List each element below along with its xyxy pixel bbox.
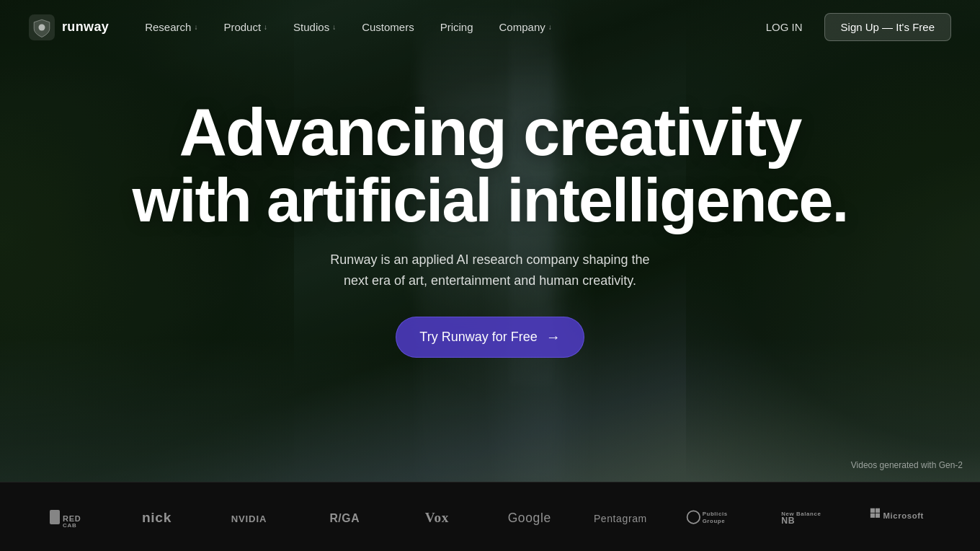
research-arrow: ↓ — [194, 23, 197, 31]
logo-icon — [29, 14, 55, 40]
nav-left: runway Research ↓ Product ↓ Studios ↓ — [29, 14, 562, 40]
logo[interactable]: runway — [29, 14, 109, 40]
logo-nvidia: NVIDIA — [213, 507, 306, 527]
svg-text:R/GA: R/GA — [329, 512, 360, 524]
product-arrow: ↓ — [264, 23, 267, 31]
svg-rect-18 — [870, 513, 875, 517]
hero-subtitle-line1: Runway is an applied AI research company… — [330, 252, 649, 267]
svg-rect-2 — [50, 510, 60, 524]
nav-link-pricing[interactable]: Pricing — [430, 15, 484, 39]
svg-text:Microsoft: Microsoft — [883, 511, 924, 519]
logos-section: RED CAB nick NVIDIA — [0, 482, 980, 551]
nav-links: Research ↓ Product ↓ Studios ↓ Customers — [135, 15, 562, 39]
svg-text:NB: NB — [781, 515, 795, 525]
svg-point-11 — [687, 511, 700, 524]
svg-point-1 — [39, 24, 45, 30]
page-wrapper: runway Research ↓ Product ↓ Studios ↓ — [0, 0, 980, 551]
nav-link-product[interactable]: Product ↓ — [213, 15, 277, 39]
cta-arrow-icon: → — [546, 329, 561, 345]
logo-google: Google — [490, 507, 582, 527]
hero-title-line2: with artificial intelligence. — [132, 167, 847, 232]
company-arrow: ↓ — [548, 23, 552, 31]
nav-link-company[interactable]: Company ↓ — [489, 15, 562, 39]
nav-right: LOG IN Sign Up — It's Free — [756, 13, 951, 41]
hero-subtitle: Runway is an applied AI research company… — [330, 250, 649, 291]
svg-rect-16 — [870, 508, 875, 512]
logo-wordmark: runway — [62, 19, 109, 35]
cta-button[interactable]: Try Runway for Free → — [396, 317, 584, 358]
sign-up-button[interactable]: Sign Up — It's Free — [824, 13, 951, 41]
studios-arrow: ↓ — [332, 23, 336, 31]
svg-text:Groupe: Groupe — [703, 517, 726, 524]
hero-title: Advancing creativity with artificial int… — [132, 97, 847, 232]
logo-pentagram: Pentagram — [582, 507, 674, 527]
logo-nick: nick — [121, 507, 213, 527]
hero-title-line1: Advancing creativity — [179, 95, 801, 169]
nav-link-research[interactable]: Research ↓ — [135, 15, 208, 39]
svg-text:Publicis: Publicis — [703, 511, 728, 517]
svg-text:Google: Google — [508, 511, 551, 525]
nav-link-studios[interactable]: Studios ↓ — [283, 15, 346, 39]
svg-rect-17 — [876, 508, 880, 512]
logo-microsoft: Microsoft — [859, 507, 951, 527]
logo-publicis: Publicis Groupe — [674, 507, 767, 527]
videos-badge: Videos generated with Gen-2 — [851, 460, 963, 470]
hero-subtitle-line2: next era of art, entertainment and human… — [344, 273, 636, 288]
logo-rga: R/GA — [306, 507, 398, 527]
svg-rect-19 — [876, 513, 880, 517]
svg-text:CAB: CAB — [63, 522, 76, 527]
hero-content: Advancing creativity with artificial int… — [0, 54, 980, 387]
nav-link-customers[interactable]: Customers — [352, 15, 424, 39]
svg-text:nick: nick — [142, 510, 172, 525]
svg-text:Vox: Vox — [425, 510, 449, 525]
svg-text:Pentagram: Pentagram — [594, 513, 647, 524]
logo-redcab: RED CAB — [29, 507, 121, 527]
svg-text:NVIDIA: NVIDIA — [231, 513, 267, 524]
hero-section: runway Research ↓ Product ↓ Studios ↓ — [0, 0, 980, 482]
navbar: runway Research ↓ Product ↓ Studios ↓ — [0, 0, 980, 54]
cta-label: Try Runway for Free — [419, 330, 537, 345]
logo-newbalance: New Balance NB — [767, 507, 859, 527]
log-in-button[interactable]: LOG IN — [756, 15, 813, 39]
logo-vox: Vox — [398, 507, 490, 527]
